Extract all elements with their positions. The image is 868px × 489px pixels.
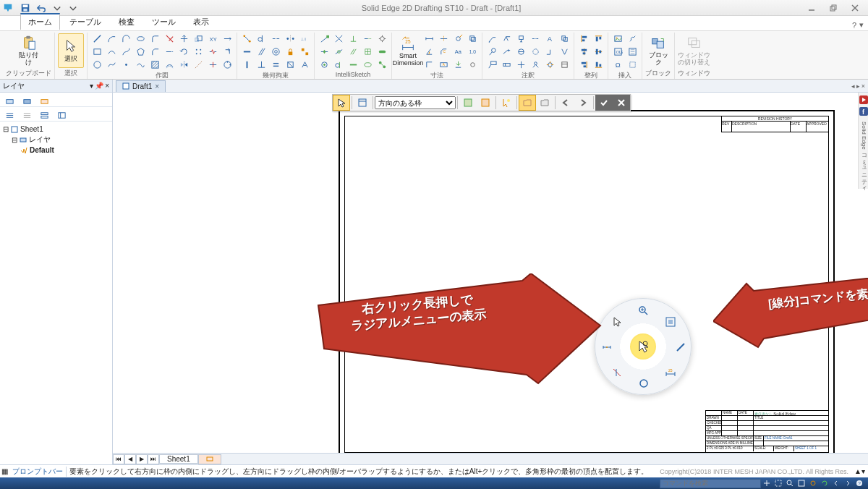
leader-icon[interactable] — [485, 33, 498, 44]
radial-center[interactable] — [630, 333, 656, 360]
dim-attach-icon[interactable] — [451, 33, 464, 44]
relation-assist-icon[interactable]: ⟂∥ — [298, 33, 311, 44]
app-menu-icon[interactable] — [0, 0, 16, 16]
dim-track-icon[interactable]: 1.0 — [466, 46, 479, 57]
anno-copy-icon[interactable] — [558, 33, 571, 44]
datum-target-icon[interactable] — [514, 46, 527, 57]
status-help-icon[interactable]: ? — [854, 478, 865, 488]
radial-distance-icon[interactable] — [598, 339, 616, 356]
callout-icon[interactable] — [485, 59, 498, 70]
bolt-hole-icon[interactable] — [221, 59, 234, 70]
mdi-next-icon[interactable]: ▸ — [856, 82, 860, 90]
redo-dropdown-icon[interactable] — [51, 1, 64, 14]
extend-icon[interactable] — [163, 46, 176, 57]
insert-hyperlink-icon[interactable] — [626, 33, 639, 44]
select-cancel-icon[interactable] — [613, 95, 630, 111]
switch-window-button[interactable]: ウィンドウ の切り替え — [681, 33, 707, 68]
layer-hide-icon[interactable] — [19, 109, 35, 122]
close-button[interactable] — [846, 2, 864, 14]
datum-frame-icon[interactable] — [514, 33, 527, 44]
parallel-icon[interactable] — [255, 46, 268, 57]
command-search-input[interactable] — [660, 479, 761, 488]
stretch-icon[interactable] — [221, 33, 234, 44]
activate-part-icon[interactable] — [519, 95, 536, 111]
tab-inspect[interactable]: 検査 — [111, 14, 142, 30]
ellipse-icon[interactable] — [134, 33, 147, 44]
sheet-next-icon[interactable]: ▶ — [136, 454, 148, 464]
fillet-icon[interactable] — [148, 33, 161, 44]
is-extension-icon[interactable] — [361, 33, 374, 44]
tree-node-default[interactable]: Default — [3, 145, 109, 155]
sheet-first-icon[interactable]: ⏮ — [113, 454, 124, 464]
is-midpoint-icon[interactable] — [318, 46, 331, 57]
tangent-icon[interactable] — [255, 33, 268, 44]
sheet-prev-icon[interactable]: ◀ — [124, 454, 136, 464]
layer-show-icon[interactable] — [19, 94, 35, 107]
panel-dropdown-icon[interactable]: ▾ — [90, 82, 93, 90]
weld-symbol-icon[interactable] — [500, 46, 513, 57]
dim-between-icon[interactable] — [422, 33, 435, 44]
is-center-icon[interactable] — [318, 59, 331, 70]
split-icon[interactable] — [206, 59, 219, 70]
anno-style-icon[interactable] — [558, 46, 571, 57]
mirror-icon[interactable] — [177, 59, 190, 70]
feature-control-icon[interactable] — [500, 59, 513, 70]
is-endpoint-icon[interactable] — [318, 33, 331, 44]
insert-raster-icon[interactable] — [626, 46, 639, 57]
tab-view[interactable]: 表示 — [185, 14, 217, 30]
is-toggle-icon[interactable] — [375, 46, 388, 57]
perpendicular-icon[interactable] — [255, 59, 268, 70]
spline-icon[interactable] — [119, 46, 132, 57]
concentric-icon[interactable] — [269, 46, 282, 57]
status-zoomtool-icon[interactable] — [807, 478, 819, 488]
sheet-tab-1[interactable]: Sheet1 — [159, 454, 198, 464]
arc3-icon[interactable] — [105, 46, 118, 57]
dim-options-icon[interactable] — [466, 59, 479, 70]
equal-icon[interactable] — [269, 59, 282, 70]
is-silhouette-icon[interactable] — [361, 59, 374, 70]
facebook-icon[interactable]: f — [859, 107, 868, 116]
rotate-icon[interactable] — [177, 46, 190, 57]
paste-button[interactable]: 貼り付け — [16, 33, 42, 68]
align-left-icon[interactable] — [577, 33, 590, 44]
vertical-icon[interactable] — [240, 59, 253, 70]
restore-button[interactable] — [825, 2, 842, 14]
break-icon[interactable] — [206, 46, 219, 57]
radial-trim-icon[interactable] — [608, 364, 626, 381]
show-constraint-icon[interactable] — [298, 46, 311, 57]
text-icon[interactable]: A — [543, 33, 556, 44]
is-intersection-icon[interactable] — [332, 33, 345, 44]
curve-icon[interactable] — [105, 59, 118, 70]
status-fit-icon[interactable] — [796, 478, 807, 488]
dim-auto-icon[interactable]: A — [437, 59, 450, 70]
symmetric-icon[interactable] — [284, 33, 297, 44]
status-next-icon[interactable] — [842, 478, 854, 488]
anno-property-icon[interactable] — [558, 59, 571, 70]
tree-node-sheet[interactable]: ⊟ Sheet1 — [3, 124, 109, 134]
trim-icon[interactable] — [163, 33, 176, 44]
smart-dimension-button[interactable]: 25 Smart Dimension — [395, 34, 421, 69]
prompt-dropdown-icon[interactable]: ▲▾ — [851, 467, 868, 475]
radial-fit-icon[interactable] — [662, 313, 679, 331]
select-mode-dropdown[interactable]: 方向のある枠 — [375, 96, 456, 109]
line-icon[interactable] — [90, 33, 103, 44]
status-pan-icon[interactable] — [761, 478, 773, 488]
align-bottom-icon[interactable] — [592, 59, 605, 70]
align-top-icon[interactable] — [592, 33, 605, 44]
radial-smartdim-icon[interactable]: 25 — [662, 364, 679, 381]
surface-texture-icon[interactable] — [500, 33, 513, 44]
radial-menu[interactable]: 25 — [595, 298, 692, 395]
insert-image-icon[interactable] — [611, 33, 624, 44]
radial-circle-icon[interactable] — [635, 375, 652, 392]
select-accept-icon[interactable] — [595, 95, 613, 111]
select-prev-icon[interactable] — [557, 95, 574, 111]
edge-condition-icon[interactable] — [543, 46, 556, 57]
point-icon[interactable] — [119, 59, 132, 70]
bottomup-icon[interactable] — [477, 95, 494, 111]
layer-new-icon[interactable] — [1, 94, 17, 107]
tab-table[interactable]: テーブル — [61, 14, 109, 30]
is-grid-icon[interactable] — [361, 46, 374, 57]
radial-zoom-icon[interactable] — [635, 302, 652, 320]
tangent-arc-icon[interactable] — [119, 33, 132, 44]
select-button[interactable]: 選択 — [58, 33, 84, 68]
